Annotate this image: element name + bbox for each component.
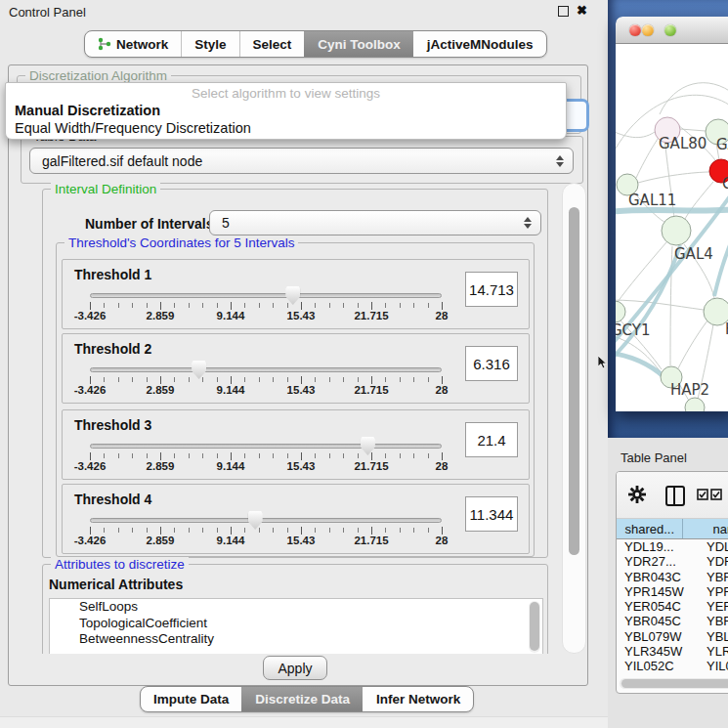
threshold-slider[interactable] — [90, 444, 442, 449]
number-of-intervals-combobox[interactable]: 5 — [209, 210, 541, 236]
tab-cyni-toolbox[interactable]: Cyni Toolbox — [304, 31, 413, 57]
attributes-scrollbar[interactable] — [529, 601, 540, 653]
table-data-group: Table Data galFiltered.sif default node — [21, 136, 583, 184]
table-rows: YDL19...YDL1YDR27...YDR2YBR043CYBR0YPR14… — [617, 539, 728, 674]
threshold-label: Threshold 3 — [74, 417, 151, 433]
tick-label: 2.859 — [147, 460, 175, 472]
tab-label: jActiveMNodules — [427, 37, 534, 52]
threshold-value-field[interactable]: 21.4 — [465, 422, 518, 457]
number-of-intervals-value: 5 — [222, 215, 230, 231]
mouse-cursor — [598, 356, 609, 369]
hscroll-thumb[interactable] — [621, 679, 728, 688]
node-label: C — [722, 175, 728, 193]
slider-ticks — [90, 528, 443, 533]
close-icon[interactable]: ✖ — [577, 5, 587, 17]
threshold-value-field[interactable]: 6.316 — [465, 346, 518, 381]
node-label: GA — [716, 136, 728, 153]
threshold-label: Threshold 2 — [74, 341, 151, 357]
algorithm-placeholder: Select algorithm to view settings — [6, 85, 566, 102]
slider-ticks — [90, 453, 443, 458]
attribute-list-item[interactable]: TopologicalCoefficient — [50, 616, 542, 632]
column-header-shared-name[interactable]: shared... — [617, 519, 683, 538]
checkbox-icon[interactable] — [697, 489, 708, 500]
window-controls: ✖ — [558, 5, 587, 17]
table-row[interactable]: YDL19...YDL1 — [617, 539, 728, 554]
network-window-titlebar[interactable] — [616, 17, 728, 44]
tab-discretize-data[interactable]: Discretize Data — [241, 687, 363, 711]
apply-button[interactable]: Apply — [263, 656, 327, 680]
table-row[interactable]: YLR345WYLR3 — [617, 644, 728, 659]
table-data-combobox[interactable]: galFiltered.sif default node — [29, 148, 574, 174]
tick-label: 28 — [436, 535, 449, 546]
interval-definition-label: Interval Definition — [51, 183, 160, 196]
table-toolbar — [617, 472, 728, 519]
numerical-attributes-list[interactable]: SelfLoopsTopologicalCoefficientBetweenne… — [49, 598, 543, 654]
slider-ticks — [90, 377, 443, 382]
close-light-icon[interactable] — [629, 24, 641, 36]
table-panel-title: Table Panel — [621, 450, 687, 465]
table-header-row: shared... name — [617, 519, 728, 539]
table-row[interactable]: YBR043CYBR0 — [617, 570, 728, 584]
table-horizontal-scrollbar[interactable] — [620, 678, 728, 689]
top-tab-bar: NetworkStyleSelectCyni ToolboxjActiveMNo… — [84, 30, 547, 58]
network-canvas[interactable]: GAL80GACGAL11GAL4GCY1HHAP2 — [616, 44, 728, 411]
tick-label: 21.715 — [354, 535, 388, 546]
table-row[interactable]: YBR045CYBR0 — [617, 614, 728, 628]
attribute-list-item[interactable]: BetweennessCentrality — [50, 631, 542, 648]
GAL4-node[interactable] — [662, 216, 691, 245]
GCY1-node[interactable] — [616, 301, 625, 322]
checkbox-icon[interactable] — [710, 489, 722, 500]
tick-label: 9.144 — [217, 310, 245, 321]
gear-icon[interactable] — [628, 486, 646, 503]
settings-scrollbar[interactable] — [562, 183, 586, 654]
minimize-light-icon[interactable] — [642, 24, 654, 36]
tab-jactivemnodules[interactable]: jActiveMNodules — [413, 31, 546, 57]
node-label: GAL80 — [659, 135, 707, 152]
float-window-icon[interactable] — [558, 6, 569, 17]
algorithm-option-manual[interactable]: Manual Discretization — [6, 102, 566, 119]
combo-arrows-icon — [556, 155, 564, 167]
table-panel-region: Table Panel — [608, 438, 728, 728]
threshold-slider[interactable] — [90, 293, 442, 298]
table-row[interactable]: YIL052CYIL0 — [617, 659, 728, 673]
threshold-slider[interactable] — [90, 518, 442, 523]
tab-label: Cyni Toolbox — [318, 37, 401, 52]
tab-label: Select — [253, 37, 292, 52]
threshold-value-field[interactable]: 14.713 — [465, 272, 518, 307]
tick-label: 2.859 — [147, 384, 175, 396]
scrollbar-thumb[interactable] — [569, 207, 579, 555]
tick-label: 15.43 — [287, 460, 316, 472]
tab-style[interactable]: Style — [181, 31, 238, 57]
attributes-group: Attributes to discretize Numerical Attri… — [42, 564, 548, 654]
tick-label: 15.43 — [287, 535, 316, 546]
tab-label: Network — [116, 37, 168, 52]
threshold-slider[interactable] — [90, 367, 442, 372]
tab-select[interactable]: Select — [239, 31, 305, 57]
tab-impute-data[interactable]: Impute Data — [141, 687, 241, 711]
algorithm-dropdown-popup: Select algorithm to view settings Manual… — [5, 82, 567, 140]
table-row[interactable]: YER054CYER0 — [617, 599, 728, 614]
settings-scroll-area: Interval Definition Number of Intervals … — [11, 183, 568, 654]
tick-label: 9.144 — [217, 460, 245, 472]
split-view-icon[interactable] — [665, 486, 685, 506]
threshold-value-field[interactable]: 11.344 — [465, 496, 518, 532]
column-header-name[interactable]: name — [683, 519, 728, 538]
network-icon — [98, 37, 111, 51]
tab-label: Infer Network — [376, 692, 460, 707]
network-window[interactable]: GAL80GACGAL11GAL4GCY1HHAP2 — [616, 17, 728, 411]
tab-network[interactable]: Network — [85, 31, 181, 57]
tick-label: 21.715 — [354, 460, 388, 472]
cyni-toolbox-panel: Discretization Algorithm Table Data galF… — [8, 64, 588, 686]
zoom-light-icon[interactable] — [664, 24, 676, 36]
number-of-intervals-label: Number of Intervals — [85, 216, 213, 232]
algorithm-option-equal-width[interactable]: Equal Width/Frequency Discretization — [6, 119, 566, 137]
node-label: GCY1 — [616, 321, 651, 339]
slider-ticks — [90, 303, 443, 308]
numerical-attributes-label: Numerical Attributes — [49, 577, 183, 592]
table-row[interactable]: YPR145WYPR1 — [617, 584, 728, 599]
tick-label: 28 — [436, 460, 449, 472]
tab-infer-network[interactable]: Infer Network — [363, 687, 473, 711]
table-row[interactable]: YDR27...YDR2 — [617, 554, 728, 569]
table-row[interactable]: YBL079WYBL0 — [617, 629, 728, 644]
attribute-list-item[interactable]: SelfLoops — [50, 599, 542, 616]
